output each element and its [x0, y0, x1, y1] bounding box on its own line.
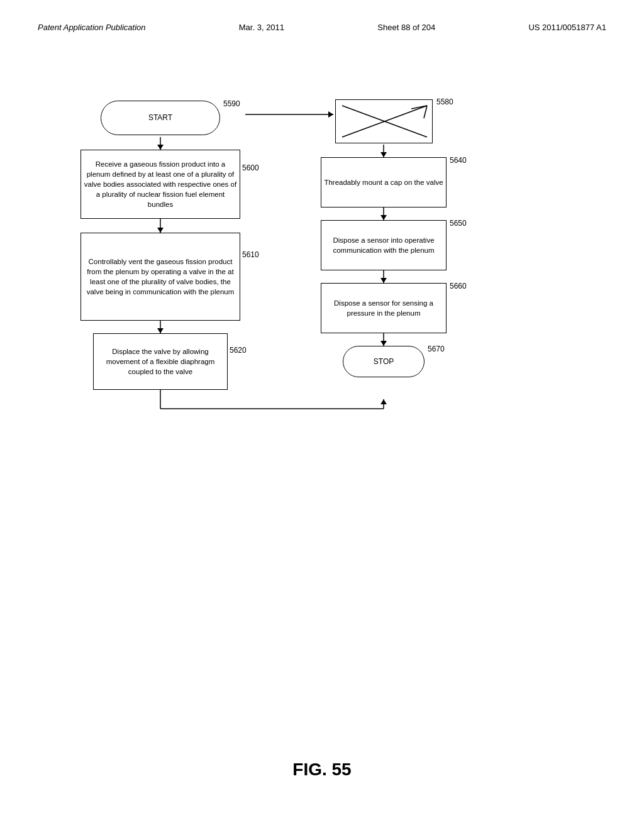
svg-marker-9	[380, 399, 387, 404]
flowchart-container: START 5590 Receive a gaseous fission pro…	[50, 82, 594, 692]
label-5620: 5620	[230, 346, 247, 355]
node-5600-label: Receive a gaseous fission product into a…	[81, 157, 240, 212]
svg-marker-11	[328, 111, 333, 118]
svg-marker-1	[157, 145, 164, 150]
svg-marker-3	[157, 228, 164, 233]
svg-marker-19	[380, 341, 387, 346]
node-5610-label: Controllably vent the gaseous fission pr…	[81, 254, 240, 299]
node-5650: Dispose a sensor into operative communic…	[321, 220, 447, 270]
label-5600: 5600	[242, 163, 259, 172]
figure-caption: FIG. 55	[0, 760, 644, 780]
label-5670: 5670	[428, 345, 445, 353]
stop-label: STOP	[374, 357, 394, 367]
node-5620-label: Displace the valve by allowing movement …	[94, 344, 227, 379]
label-5580: 5580	[436, 97, 453, 106]
node-5640: Threadably mount a cap on the valve	[321, 157, 447, 208]
label-5650: 5650	[450, 219, 467, 228]
node-5600: Receive a gaseous fission product into a…	[80, 150, 240, 219]
node-5660: Dispose a sensor for sensing a pressure …	[321, 283, 447, 333]
svg-marker-17	[380, 278, 387, 283]
label-5640: 5640	[450, 156, 467, 165]
svg-line-23	[424, 106, 427, 118]
stop-node: STOP	[343, 346, 425, 377]
svg-marker-5	[157, 328, 164, 333]
node-5640-label: Threadably mount a cap on the valve	[321, 175, 445, 190]
node-5620: Displace the valve by allowing movement …	[93, 333, 228, 390]
node-5650-label: Dispose a sensor into operative communic…	[321, 233, 446, 258]
header-date: Mar. 3, 2011	[239, 23, 284, 32]
node-5580	[335, 99, 433, 143]
label-5590: 5590	[223, 99, 240, 108]
start-label: START	[148, 113, 172, 123]
node-5660-label: Dispose a sensor for sensing a pressure …	[321, 296, 446, 321]
header-patent-number: US 2011/0051877 A1	[528, 23, 606, 32]
header-sheet: Sheet 88 of 204	[377, 23, 435, 32]
header-publication-label: Patent Application Publication	[38, 23, 146, 32]
node-5610: Controllably vent the gaseous fission pr…	[80, 233, 240, 321]
label-5660: 5660	[450, 282, 467, 290]
node-5580-inner	[336, 99, 432, 143]
label-5610: 5610	[242, 250, 259, 259]
start-node: START	[101, 101, 220, 135]
page-header: Patent Application Publication Mar. 3, 2…	[38, 23, 606, 32]
patent-page: Patent Application Publication Mar. 3, 2…	[0, 0, 644, 830]
svg-marker-13	[380, 152, 387, 157]
svg-marker-15	[380, 215, 387, 220]
